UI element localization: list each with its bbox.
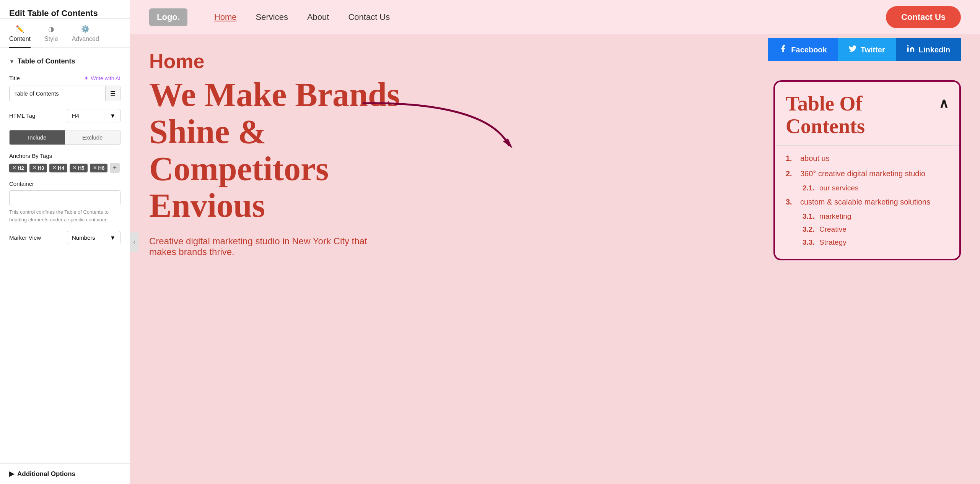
add-tag-button[interactable]: + [110, 163, 120, 173]
toc-sub-text-3-3: Strategy [819, 238, 847, 247]
toc-num-1: 1. [786, 153, 797, 163]
toc-num-2: 2. [786, 169, 797, 179]
toc-sub-num-3-3: 3.3. [803, 238, 816, 247]
toc-sub-text-2-1: our services [819, 184, 858, 192]
panel-body: ▼ Table of Contents Title ✦ Write with A… [0, 48, 130, 463]
nav-link-contact[interactable]: Contact Us [348, 12, 390, 22]
html-tag-value: H4 [72, 112, 79, 119]
toc-text-3: custom & scalable marketing solutions [800, 197, 930, 207]
additional-options-section[interactable]: ▶ Additional Options [0, 463, 130, 484]
tag-remove-icon: ✕ [33, 165, 36, 171]
toc-title: Table Of Contents [786, 93, 939, 138]
content-icon: ✏️ [16, 25, 24, 33]
toc-sub-text-3-2: Creative [819, 225, 847, 234]
title-input-group: ☰ [9, 86, 120, 101]
toc-items-list: 1. about us 2. 360° creative digital mar… [775, 146, 959, 259]
container-input[interactable] [9, 190, 120, 205]
section-arrow-icon: ▼ [9, 58, 15, 65]
ai-write-button[interactable]: ✦ Write with AI [84, 75, 120, 82]
toc-sub-num-3-2: 3.2. [803, 225, 816, 234]
toc-widget: Table Of Contents ∧ 1. about us 2. 360° … [773, 80, 961, 260]
toc-item-1[interactable]: 1. about us [786, 153, 949, 163]
style-icon: ◑ [48, 25, 54, 33]
tab-content[interactable]: ✏️ Content [9, 25, 31, 48]
title-input-icon[interactable]: ☰ [105, 86, 120, 101]
toc-sub-num-3-1: 3.1. [803, 212, 816, 221]
site-logo: Logo. [149, 8, 187, 26]
panel-collapse-button[interactable]: ‹ [130, 232, 138, 252]
tag-remove-icon: ✕ [73, 165, 77, 171]
toc-section-header[interactable]: ▼ Table of Contents [9, 57, 120, 65]
toc-text-2: 360° creative digital marketing studio [800, 169, 925, 179]
anchors-label: Anchors By Tags [9, 153, 120, 159]
marker-view-select[interactable]: Numbers ▼ [67, 231, 120, 244]
marker-view-value: Numbers [72, 234, 95, 241]
container-label: Container [9, 180, 34, 187]
tab-advanced-label: Advanced [72, 36, 99, 42]
toc-text-1: about us [800, 153, 830, 163]
panel-tabs: ✏️ Content ◑ Style ⚙️ Advanced [0, 25, 130, 48]
toc-item-2[interactable]: 2. 360° creative digital marketing studi… [786, 169, 949, 179]
tab-style-label: Style [44, 36, 58, 42]
tag-h2[interactable]: ✕H2 [9, 164, 27, 172]
toc-item-3[interactable]: 3. custom & scalable marketing solutions [786, 197, 949, 207]
chevron-down-icon: ▼ [110, 234, 116, 241]
additional-options-arrow: ▶ [9, 470, 14, 478]
advanced-icon: ⚙️ [81, 25, 90, 33]
tag-h3[interactable]: ✕H3 [29, 164, 47, 172]
tag-h4[interactable]: ✕H4 [49, 164, 67, 172]
tag-h6[interactable]: ✕H6 [90, 164, 108, 172]
toc-sub-2-1[interactable]: 2.1. our services [786, 184, 949, 192]
nav-cta-button[interactable]: Contact Us [886, 6, 961, 28]
toc-collapse-button[interactable]: ∧ [939, 93, 949, 112]
title-label: Title [9, 75, 20, 81]
exclude-btn[interactable]: Exclude [65, 130, 120, 145]
tag-remove-icon: ✕ [93, 165, 97, 171]
hero-home-label: Home [149, 50, 961, 73]
nav-link-home[interactable]: Home [214, 12, 237, 22]
site-preview: Logo. Home Services About Contact Us Con… [130, 0, 980, 484]
marker-view-label: Marker View [9, 234, 41, 241]
ai-sparkle-icon: ✦ [84, 75, 89, 82]
site-nav: Logo. Home Services About Contact Us Con… [130, 0, 980, 34]
tab-content-label: Content [9, 36, 31, 42]
nav-link-about[interactable]: About [307, 12, 329, 22]
html-tag-row: HTML Tag H4 ▼ [9, 109, 120, 122]
toc-sub-num-2-1: 2.1. [803, 184, 816, 192]
toc-sub-3-1[interactable]: 3.1. marketing [786, 212, 949, 221]
include-btn[interactable]: Include [10, 130, 65, 145]
arrow-indicator [352, 96, 516, 153]
toc-header: Table Of Contents ∧ [775, 82, 959, 146]
container-field: Container [9, 180, 120, 187]
html-tag-label: HTML Tag [9, 112, 35, 119]
tab-advanced[interactable]: ⚙️ Advanced [72, 25, 99, 48]
title-input[interactable] [10, 86, 105, 101]
section-label: Table of Contents [18, 57, 75, 65]
tags-row: ✕H2 ✕H3 ✕H4 ✕H5 ✕H6 + [9, 163, 120, 173]
additional-options-label: Additional Options [17, 470, 75, 478]
panel-title: Edit Table of Contents [0, 0, 130, 19]
nav-links: Home Services About Contact Us [214, 12, 867, 22]
ai-btn-label: Write with AI [91, 75, 120, 81]
toc-sub-3-2[interactable]: 3.2. Creative [786, 225, 949, 234]
html-tag-select[interactable]: H4 ▼ [67, 109, 120, 122]
chevron-down-icon: ▼ [110, 112, 116, 119]
tag-remove-icon: ✕ [52, 165, 56, 171]
toc-num-3: 3. [786, 197, 797, 207]
tag-h5[interactable]: ✕H5 [70, 164, 88, 172]
toc-sub-3-3[interactable]: 3.3. Strategy [786, 238, 949, 247]
left-panel: Edit Table of Contents ✏️ Content ◑ Styl… [0, 0, 130, 484]
tab-style[interactable]: ◑ Style [44, 25, 58, 48]
hero-subtext: Creative digital marketing studio in New… [149, 236, 379, 257]
title-field-row: Title ✦ Write with AI [9, 75, 120, 82]
marker-view-row: Marker View Numbers ▼ [9, 231, 120, 244]
nav-link-services[interactable]: Services [256, 12, 288, 22]
tag-remove-icon: ✕ [12, 165, 16, 171]
toc-sub-text-3-1: marketing [819, 212, 851, 221]
include-exclude-toggle: Include Exclude [9, 130, 120, 145]
container-hint: This control confines the Table of Conte… [9, 208, 120, 223]
